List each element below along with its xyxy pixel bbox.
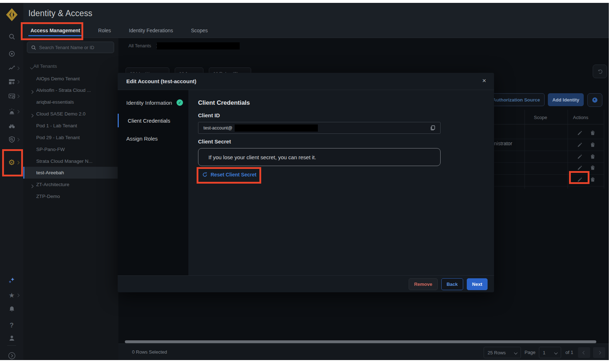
table-row[interactable] — [484, 139, 604, 151]
edit-pencil-icon[interactable] — [577, 153, 583, 161]
tree-node-tenant[interactable]: ZT-Architecture — [23, 179, 118, 190]
next-button[interactable]: Next — [467, 278, 488, 290]
tree-node-tenant[interactable]: Alvisofin - Strata Cloud ... — [23, 84, 118, 96]
discover-binoculars-icon[interactable] — [0, 120, 23, 131]
column-divider — [604, 110, 604, 189]
delete-trash-icon[interactable] — [590, 176, 596, 184]
chevron-right-icon — [30, 183, 33, 189]
table-row[interactable] — [484, 127, 604, 139]
modal-header: Edit Account (test-account) × — [118, 73, 494, 90]
annotation-box-access-management-tab — [21, 22, 83, 40]
remove-button[interactable]: Remove — [409, 278, 438, 290]
next-page-button[interactable] — [593, 347, 605, 358]
chevron-down-icon — [514, 351, 518, 354]
tree-node-tenant[interactable]: Cloud SASE Demo 2.0 — [23, 108, 118, 120]
tree-node-tenant[interactable]: AIOps Demo Tenant — [23, 73, 118, 85]
expand-rail-icon[interactable] — [0, 350, 23, 360]
copy-icon[interactable] — [430, 125, 436, 132]
dashboard-radar-icon[interactable] — [0, 48, 23, 59]
client-secret-label: Client Secret — [198, 138, 231, 145]
tree-node-tenant[interactable]: Pod 29 - Lab Tenant — [23, 132, 118, 143]
modal-title: Edit Account (test-account) — [126, 78, 196, 84]
chevron-right-icon — [597, 351, 601, 354]
annotation-box-reset-client-secret — [197, 167, 261, 184]
tree-node-tenant-selected[interactable]: test-Areebah — [23, 167, 118, 179]
client-secret-hint-box: If you lose your client secret, you can … — [198, 148, 441, 166]
tree-node-tenant[interactable]: ariqbal-essentials — [23, 96, 118, 108]
notifications-bell-icon[interactable] — [0, 304, 23, 315]
tab-bar: Access Management Roles Identity Federat… — [23, 23, 609, 38]
redacted-client-id — [235, 124, 318, 132]
tree-node-tenant[interactable]: ZTP-Demo — [23, 190, 118, 202]
export-button[interactable] — [587, 93, 602, 107]
tree-node-tenant[interactable]: Strata Cloud Manager N... — [23, 155, 118, 167]
delete-trash-icon[interactable] — [590, 130, 596, 137]
tab-scopes[interactable]: Scopes — [190, 24, 208, 37]
redacted-tenant-name — [157, 42, 240, 49]
rail-divider — [7, 345, 16, 346]
step-assign-roles[interactable]: Assign Roles — [118, 132, 188, 145]
breadcrumb-root[interactable]: All Tenants — [128, 43, 151, 48]
tenant-sidebar: Search Tenant Name or ID All Tenants AIO… — [23, 38, 119, 360]
chevron-right-icon — [30, 113, 33, 118]
back-button[interactable]: Back — [441, 278, 463, 290]
chevron-right-icon — [30, 89, 33, 94]
prev-page-button[interactable] — [578, 347, 590, 358]
tree-node-all-tenants[interactable]: All Tenants — [23, 60, 118, 72]
tab-identity-federations[interactable]: Identity Federations — [128, 24, 174, 37]
download-circle-icon — [592, 97, 598, 103]
delete-trash-icon[interactable] — [590, 153, 596, 161]
rows-selected-label: 0 Rows Selected — [132, 349, 167, 355]
favorites-star-icon[interactable]: ★ — [0, 290, 23, 301]
chevron-down-icon — [554, 351, 558, 354]
left-nav-rail: ⚙ ★ ? — [0, 3, 23, 360]
workflows-grid-icon[interactable] — [0, 76, 23, 87]
column-header-scope: Scope — [534, 115, 547, 120]
modal-steps-panel: Identity Information ✓ Client Credential… — [118, 90, 188, 275]
tree-node-tenant[interactable]: SP-Pano-FW — [23, 143, 118, 155]
chevron-down-icon — [30, 65, 33, 70]
tenant-search-placeholder: Search Tenant Name or ID — [39, 45, 94, 50]
tree-node-tenant[interactable]: Pod 1 - Lab Tenant — [23, 120, 118, 132]
tab-roles[interactable]: Roles — [98, 24, 112, 37]
delete-trash-icon[interactable] — [590, 165, 596, 172]
annotation-box-edit-pencil — [569, 171, 589, 184]
client-secret-hint: If you lose your client secret, you can … — [208, 154, 316, 160]
table-row[interactable] — [484, 151, 604, 163]
delete-trash-icon[interactable] — [590, 142, 596, 149]
chevron-left-icon — [582, 351, 586, 354]
help-icon[interactable]: ? — [0, 320, 23, 331]
tenant-search-input[interactable]: Search Tenant Name or ID — [27, 42, 114, 53]
breadcrumb: All Tenants — [128, 43, 158, 48]
copilot-sparkles-icon[interactable] — [0, 275, 23, 286]
table-footer-bar: 0 Rows Selected 25 Rows Page 1 of 1 — [118, 344, 609, 360]
undo-icon — [597, 68, 603, 75]
page-title: Identity & Access — [28, 9, 93, 18]
insights-trend-icon[interactable] — [0, 63, 23, 74]
close-icon[interactable]: × — [482, 77, 486, 85]
annotation-box-settings-gear — [2, 149, 23, 176]
page-label: Page — [525, 350, 535, 355]
horizontal-scrollbar[interactable] — [125, 340, 596, 343]
check-circle-icon: ✓ — [177, 99, 183, 106]
add-identity-button[interactable]: Add Identity — [548, 93, 584, 106]
page-total-label: of 1 — [565, 350, 573, 355]
posture-shield-search-icon[interactable] — [0, 134, 23, 145]
client-id-input[interactable]: test-account@ — [198, 122, 441, 134]
brand-logo[interactable] — [6, 8, 18, 23]
section-heading: Client Credentials — [198, 99, 250, 107]
edit-pencil-icon[interactable] — [577, 142, 583, 149]
modal-footer: Remove Back Next — [118, 275, 494, 292]
rows-per-page-dropdown[interactable]: 25 Rows — [484, 347, 521, 358]
reset-view-button[interactable] — [593, 65, 607, 78]
column-header-actions: Actions — [573, 115, 588, 120]
search-icon — [31, 45, 36, 50]
edit-pencil-icon[interactable] — [577, 130, 583, 137]
step-client-credentials[interactable]: Client Credentials — [118, 114, 188, 127]
search-icon[interactable] — [0, 31, 23, 42]
step-identity-information[interactable]: Identity Information ✓ — [118, 96, 188, 109]
page-number-dropdown[interactable]: 1 — [539, 347, 561, 358]
user-profile-icon[interactable] — [0, 333, 23, 344]
incidents-siren-icon[interactable] — [0, 106, 23, 117]
license-card-icon[interactable] — [0, 91, 23, 101]
